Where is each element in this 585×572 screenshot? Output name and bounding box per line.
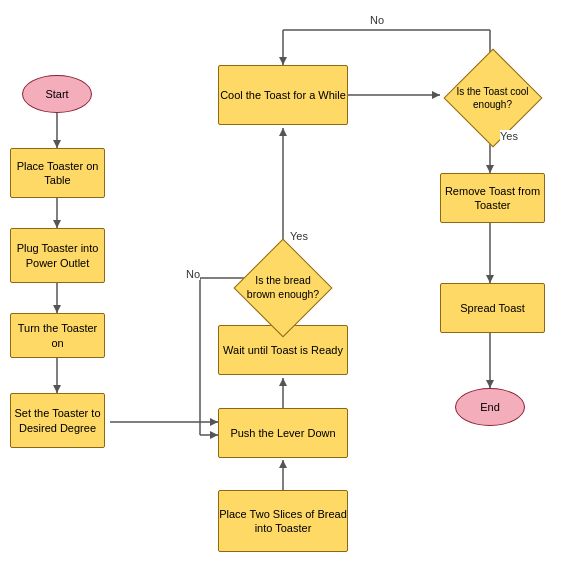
svg-marker-21 <box>279 128 287 136</box>
svg-marker-3 <box>53 220 61 228</box>
svg-marker-5 <box>53 305 61 313</box>
push-lever-node: Push the Lever Down <box>218 408 348 458</box>
remove-toast-node: Remove Toast from Toaster <box>440 173 545 223</box>
svg-marker-13 <box>279 378 287 386</box>
svg-marker-1 <box>53 140 61 148</box>
is-brown-diamond: Is the bread brown enough? <box>233 248 333 328</box>
flowchart: Start Place Toaster on Table Plug Toaste… <box>0 0 585 572</box>
svg-marker-33 <box>486 380 494 388</box>
no-label-cool: No <box>370 14 384 26</box>
svg-marker-31 <box>486 275 494 283</box>
place-slices-node: Place Two Slices of Bread into Toaster <box>218 490 348 552</box>
svg-marker-9 <box>210 418 218 426</box>
set-degree-node: Set the Toaster to Desired Degree <box>10 393 105 448</box>
is-cool-diamond: Is the Toast cool enough? <box>440 60 545 135</box>
cool-toast-node: Cool the Toast for a While <box>218 65 348 125</box>
plug-toaster-node: Plug Toaster into Power Outlet <box>10 228 105 283</box>
start-node: Start <box>22 75 92 113</box>
yes-label-brown: Yes <box>290 230 308 242</box>
turn-on-node: Turn the Toaster on <box>10 313 105 358</box>
spread-toast-node: Spread Toast <box>440 283 545 333</box>
svg-marker-27 <box>279 57 287 65</box>
svg-marker-23 <box>432 91 440 99</box>
place-toaster-node: Place Toaster on Table <box>10 148 105 198</box>
svg-marker-29 <box>486 165 494 173</box>
svg-marker-7 <box>53 385 61 393</box>
no-label-brown: No <box>186 268 200 280</box>
svg-marker-11 <box>279 460 287 468</box>
yes-label-cool: Yes <box>500 130 518 142</box>
svg-marker-19 <box>210 431 218 439</box>
end-node: End <box>455 388 525 426</box>
